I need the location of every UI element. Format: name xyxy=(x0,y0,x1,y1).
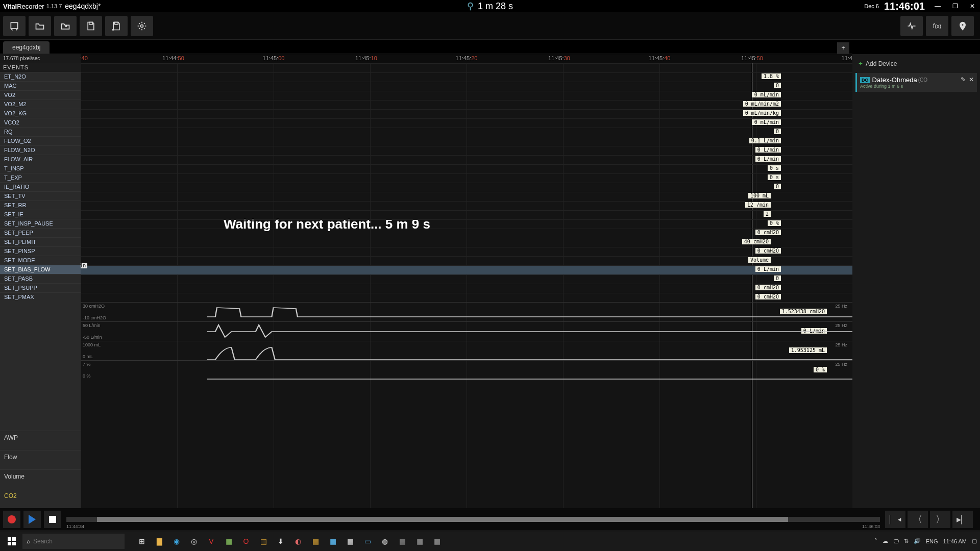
channel-vco2[interactable]: VCO2 xyxy=(0,118,81,127)
tray-time[interactable]: 11:46 AM xyxy=(943,538,967,544)
explorer-icon[interactable]: ▇ xyxy=(152,534,166,548)
taskbar-search[interactable]: ⌕ xyxy=(22,534,125,549)
open-button[interactable] xyxy=(29,16,51,36)
track-row[interactable]: 1.8 % xyxy=(81,72,852,82)
edge-icon[interactable]: ◉ xyxy=(169,534,184,548)
start-button[interactable] xyxy=(3,534,20,549)
channel-t_exp[interactable]: T_EXP xyxy=(0,173,81,182)
track-row[interactable]: 0 % xyxy=(81,219,852,229)
taskview-icon[interactable]: ⊞ xyxy=(135,534,149,548)
tray-monitor-icon[interactable]: 🖵 xyxy=(893,538,899,544)
channel-vo2[interactable]: VO2 xyxy=(0,90,81,99)
channel-set_insp_pause[interactable]: SET_INSP_PAUSE xyxy=(0,219,81,228)
track-row[interactable]: 0 cmH2O xyxy=(81,293,852,302)
track-row[interactable]: 12 /min xyxy=(81,201,852,210)
device-card-datex[interactable]: DO Datex-Ohmeda (CO Active during 1 m 6 … xyxy=(855,73,977,92)
track-row[interactable]: 100 mL xyxy=(81,192,852,201)
channel-set_rr[interactable]: SET_RR xyxy=(0,201,81,210)
channel-set_peep[interactable]: SET_PEEP xyxy=(0,228,81,237)
channel-set_tv[interactable]: SET_TV xyxy=(0,191,81,201)
app-icon-7[interactable]: ▦ xyxy=(343,534,357,548)
tray-lang[interactable]: ENG xyxy=(926,538,938,544)
track-row[interactable]: 0 mL/min/kg xyxy=(81,109,852,118)
maximize-button[interactable]: ❐ xyxy=(950,2,960,11)
track-row[interactable]: 0 cmH2O xyxy=(81,247,852,256)
add-tab-button[interactable]: + xyxy=(837,42,849,54)
channel-set_pasb[interactable]: SET_PASB xyxy=(0,274,81,283)
settings-button[interactable] xyxy=(131,16,153,36)
nav-next-button[interactable]: 〉 xyxy=(930,511,950,528)
save-button[interactable] xyxy=(80,16,102,36)
track-row[interactable]: 0 s xyxy=(81,173,852,183)
marker-button[interactable] xyxy=(951,16,974,36)
channel-ie_ratio[interactable]: IE_RATIO xyxy=(0,182,81,191)
channel-set_ie[interactable]: SET_IE xyxy=(0,210,81,219)
track-row[interactable]: 0 xyxy=(81,274,852,284)
track-row[interactable]: Volume xyxy=(81,256,852,265)
minimize-button[interactable]: — xyxy=(933,2,942,11)
function-button[interactable]: f(x) xyxy=(926,16,948,36)
channel-set_pinsp[interactable]: SET_PINSP xyxy=(0,246,81,256)
play-button[interactable] xyxy=(23,511,41,528)
wave-channel-volume[interactable]: Volume xyxy=(0,469,81,489)
app-icon-9[interactable]: ◍ xyxy=(378,534,392,548)
track-row[interactable]: 0 L/min xyxy=(81,155,852,164)
wave-row[interactable]: 1000 mL 0 mL 25 Hz 1.953125 mL xyxy=(81,341,852,360)
app-icon-11[interactable]: ▦ xyxy=(412,534,427,548)
track-row[interactable]: 0 mL/min/m2 xyxy=(81,100,852,109)
time-ruler[interactable]: 44:4011:44:5011:45:0011:45:1011:45:2011:… xyxy=(81,54,852,63)
track-row[interactable]: 0 cmH2O xyxy=(81,229,852,238)
app-icon-12[interactable]: ▦ xyxy=(430,534,444,548)
wave-channel-co2[interactable]: CO2 xyxy=(0,489,81,508)
channel-set_pmax[interactable]: SET_PMAX xyxy=(0,292,81,302)
app-icon-4[interactable]: ◐ xyxy=(291,534,305,548)
track-row[interactable]: 0 cmH2O xyxy=(81,284,852,293)
channel-vo2_m2[interactable]: VO2_M2 xyxy=(0,99,81,109)
channel-flow_air[interactable]: FLOW_AIR xyxy=(0,155,81,164)
saveas-button[interactable] xyxy=(105,16,128,36)
tray-speaker-icon[interactable]: 🔊 xyxy=(914,538,921,544)
app-icon-8[interactable]: ▭ xyxy=(360,534,375,548)
nav-first-button[interactable]: ⎸◂ xyxy=(885,511,905,528)
track-row[interactable]: 0 mL/min xyxy=(81,91,852,100)
close-button[interactable]: ✕ xyxy=(968,2,977,11)
record-button[interactable] xyxy=(3,511,20,528)
track-row[interactable]: 0 xyxy=(81,82,852,91)
remove-device-icon[interactable]: ✕ xyxy=(969,76,974,83)
track-row[interactable]: 0 xyxy=(81,128,852,137)
add-device-button[interactable]: ＋ Add Device xyxy=(855,57,977,70)
vivaldi-icon[interactable]: V xyxy=(204,534,218,548)
signal-button[interactable] xyxy=(900,16,923,36)
app-icon-3[interactable]: ⬇ xyxy=(274,534,288,548)
wave-channel-flow[interactable]: Flow xyxy=(0,450,81,469)
channel-set_bias_flow[interactable]: SET_BIAS_FLOW xyxy=(0,265,81,274)
wave-row[interactable]: 7 % 0 % 25 Hz 0 % xyxy=(81,360,852,380)
channel-flow_o2[interactable]: FLOW_O2 xyxy=(0,136,81,145)
track-row[interactable]: 40 cmH2O xyxy=(81,238,852,247)
opera-icon[interactable]: O xyxy=(239,534,253,548)
channel-t_insp[interactable]: T_INSP xyxy=(0,164,81,173)
track-row[interactable]: 2 xyxy=(81,210,852,219)
chrome-icon[interactable]: ◎ xyxy=(187,534,201,548)
export-button[interactable] xyxy=(54,16,77,36)
nav-prev-button[interactable]: 〈 xyxy=(908,511,928,528)
channel-mac[interactable]: MAC xyxy=(0,81,81,90)
track-row[interactable]: 0 mL/min xyxy=(81,118,852,128)
track-row[interactable]: 0 L/min xyxy=(81,146,852,155)
channel-flow_n2o[interactable]: FLOW_N2O xyxy=(0,145,81,155)
app-icon-6[interactable]: ▦ xyxy=(326,534,340,548)
app-icon-10[interactable]: ▦ xyxy=(395,534,409,548)
app-icon-5[interactable]: ▤ xyxy=(308,534,323,548)
tab-eeg4qdxbj[interactable]: eeg4qdxbj xyxy=(3,41,50,54)
track-row[interactable]: 0 s xyxy=(81,164,852,173)
channel-vo2_kg[interactable]: VO2_KG xyxy=(0,109,81,118)
new-button[interactable] xyxy=(3,16,26,36)
channel-set_psupp[interactable]: SET_PSUPP xyxy=(0,283,81,292)
wave-row[interactable]: 50 L/min -50 L/min 25 Hz 0 L/min xyxy=(81,321,852,341)
track-row[interactable]: 0.1 L/min xyxy=(81,137,852,146)
channel-set_mode[interactable]: SET_MODE xyxy=(0,256,81,265)
app-icon-2[interactable]: ▥ xyxy=(256,534,271,548)
channel-set_plimit[interactable]: SET_PLIMIT xyxy=(0,237,81,246)
tray-wifi-icon[interactable]: ⇅ xyxy=(904,538,909,544)
channel-rq[interactable]: RQ xyxy=(0,127,81,136)
